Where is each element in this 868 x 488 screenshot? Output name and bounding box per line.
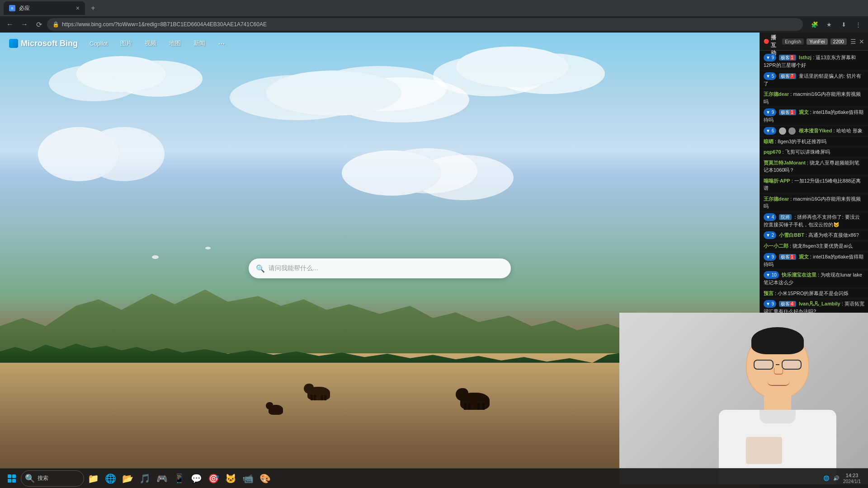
extensions-button[interactable]: 🧩 (808, 18, 821, 31)
chat-message: ▼ 10 快乐溜宝在这里 : 为啥现在lunar lake笔记本这么少 (760, 270, 868, 288)
chat-message: 贾莫兰特JaMorant : 骁龙八至尊超频能到笔记本1060吗？ (760, 158, 868, 176)
chat-header: 🔴 直播互动 English YunFei 2200 ☰ ✕ (760, 33, 868, 51)
username: pqp670 (764, 149, 781, 155)
nav-video[interactable]: 视频 (142, 38, 159, 49)
taskbar-chat[interactable]: 💬 (188, 470, 204, 487)
nav-copilot[interactable]: Copilot (87, 38, 110, 49)
snow-2 (205, 247, 211, 249)
taskbar-dart[interactable]: 🎯 (205, 470, 222, 487)
active-tab[interactable]: B 必应 × (4, 1, 85, 15)
chat-message: 王尔德dear : macmini16G内存能用来剪视频吗 (760, 89, 868, 107)
taskbar-paint[interactable]: 🎨 (257, 470, 273, 487)
taskbar-search-button[interactable]: 🔍 搜索 (21, 470, 84, 487)
language-label[interactable]: English (782, 38, 804, 45)
user-badge: YunFei (807, 38, 827, 45)
vote-badge: ▼ 2 (764, 231, 776, 239)
user-level-badge: 极客1 (779, 109, 796, 115)
menu-button[interactable]: ⋮ (852, 18, 864, 31)
back-button[interactable]: ← (4, 18, 16, 31)
taskbar-browser[interactable]: 🌐 (102, 470, 118, 487)
bison-1 (304, 383, 331, 400)
chat-menu-icon[interactable]: ☰ (850, 38, 856, 45)
chat-message: 王尔德dear : macmini16G内存能用来剪视频吗 (760, 194, 868, 212)
person-neck (764, 394, 791, 412)
bison-3 (266, 402, 284, 415)
msg-text: : 哈哈哈 形象 (833, 128, 862, 133)
live-icon: 🔴 (764, 39, 769, 44)
username: 晾晒 (764, 139, 774, 144)
taskbar-video[interactable]: 📹 (240, 470, 256, 487)
webcam-background (619, 313, 868, 484)
bing-logo: Microsoft Bing (9, 39, 78, 48)
taskbar-music[interactable]: 🎵 (137, 470, 153, 487)
browser-controls: ← → ⟳ 🔒 https://www.bing.com/?toWww=1&re… (0, 16, 868, 33)
person (710, 322, 854, 484)
tab-close-button[interactable]: × (76, 5, 80, 12)
chat-message: 预言 : 小米15PRO的屏幕是不是会闪烁 (760, 288, 868, 299)
bing-nav-items: Copilot 图片 视频 地图 新闻 ··· (87, 37, 227, 50)
username: 预言 (764, 291, 774, 296)
username: 小雪白BBT (779, 232, 804, 238)
taskbar-folder[interactable]: 📂 (119, 470, 136, 487)
search-input[interactable]: 请问我能帮什么... (269, 264, 504, 272)
cloud-4 (38, 127, 119, 181)
favorites-button[interactable]: ★ (823, 18, 835, 31)
username: 王尔德dear (764, 196, 789, 202)
taskbar-game[interactable]: 🎮 (154, 470, 170, 487)
network-icon[interactable]: 🌐 (823, 475, 830, 481)
new-tab-button[interactable]: + (87, 2, 99, 14)
downloads-button[interactable]: ⬇ (837, 18, 850, 31)
clock-date: 2024/1/1 (843, 479, 861, 484)
msg-text: : 飞剪可以讲珠峰屏吗 (783, 149, 830, 155)
username: 观文 (799, 109, 809, 115)
windows-logo (8, 474, 16, 483)
start-button[interactable] (4, 470, 20, 487)
chat-message: ▼ 2 小雪白BBT : 高通为啥不直接做x86? (760, 230, 868, 241)
taskbar-cat[interactable]: 🐱 (222, 470, 239, 487)
forward-button[interactable]: → (18, 18, 31, 31)
tab-favicon: B (9, 5, 15, 11)
clock-time: 14:23 (843, 472, 861, 479)
taskbar-file-explorer[interactable]: 📁 (85, 470, 101, 487)
vote-badge: ▼ 9 (764, 300, 776, 308)
msg-text: 童话里的郁是骗人的: 切片有了 (764, 73, 861, 86)
vote-badge: ▼ 6 (764, 127, 776, 135)
chat-message: ▼ 6 根本渣音Yiked : 哈哈哈 形象 (760, 126, 868, 136)
chat-message: ▼ 5 极客7 童话里的郁是骗人的: 切片有了 (760, 71, 868, 89)
username: lsthzj (799, 55, 811, 60)
snow-1 (152, 255, 159, 259)
chat-close-icon[interactable]: ✕ (859, 38, 864, 45)
nav-news[interactable]: 新闻 (191, 38, 208, 49)
browser-actions: 🧩 ★ ⬇ ⋮ (808, 18, 864, 31)
bing-logo-text: Microsoft Bing (21, 39, 78, 48)
msg-text: : 8gen3的手机还推荐吗 (775, 139, 826, 144)
reload-button[interactable]: ⟳ (33, 18, 45, 31)
cloud-1 (76, 56, 166, 92)
username: 根本渣音Yiked (799, 128, 832, 133)
search-container: 🔍 请问我能帮什么... (249, 258, 511, 278)
nav-more[interactable]: ··· (215, 37, 227, 50)
bing-logo-icon (9, 39, 18, 48)
search-box[interactable]: 🔍 请问我能帮什么... (249, 258, 511, 278)
nav-images[interactable]: 图片 (118, 38, 135, 49)
username: 小一小二郎 (764, 243, 788, 249)
msg-text: : 骁龙8sgen3主要优势是ai么 (790, 243, 853, 249)
content-wrapper: Microsoft Bing Copilot 图片 视频 地图 新闻 ··· 🔍… (0, 33, 868, 488)
nav-maps[interactable]: 地图 (166, 38, 184, 49)
msg-text: : 小米15PRO的屏幕是不是会闪烁 (775, 291, 849, 296)
username: 贾莫兰特JaMorant (764, 160, 806, 165)
vote-badge: ▼ 5 (764, 72, 776, 80)
chat-message: ▼ 4 院师 : 拯师再也不支持你了: 要没云控直接买锤子手机，包没云控的🐱 (760, 212, 868, 230)
taskbar-phone[interactable]: 📱 (171, 470, 187, 487)
chat-message: ▼ 9 极客1 观文 : intel18a的ptlake值得期待吗 (760, 252, 868, 270)
vote-badge: ▼ 4 (764, 213, 776, 221)
avatar (779, 127, 786, 135)
tab-title: 必应 (19, 5, 30, 12)
address-bar[interactable]: 🔒 https://www.bing.com/?toWww=1&redig=8B… (47, 18, 803, 31)
volume-icon[interactable]: 🔊 (833, 475, 840, 481)
vote-badge: ▼ 9 (764, 253, 776, 261)
vote-badge: ▼ 9 (764, 108, 776, 116)
system-clock[interactable]: 14:23 2024/1/1 (843, 472, 861, 484)
chat-header-icons: English YunFei 2200 ☰ ✕ (782, 38, 864, 45)
bing-navbar: Microsoft Bing Copilot 图片 视频 地图 新闻 ··· (0, 33, 760, 54)
